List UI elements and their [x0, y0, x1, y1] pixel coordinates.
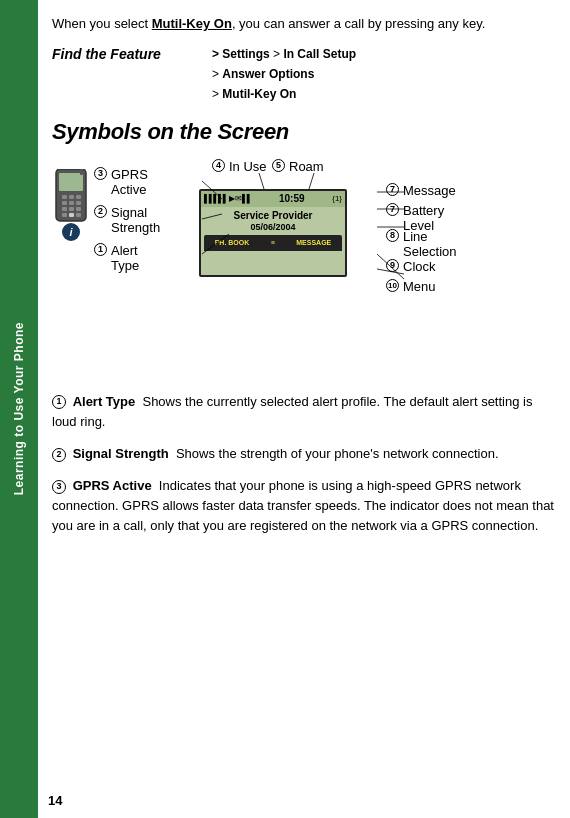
page-number: 14 — [48, 793, 62, 808]
phone-icon-area: i — [52, 169, 90, 241]
find-feature-label: Find the Feature — [52, 44, 202, 62]
descriptions: 1 Alert Type Shows the currently selecte… — [52, 392, 554, 537]
svg-rect-3 — [69, 195, 74, 199]
svg-rect-7 — [76, 201, 81, 205]
line-label: LineSelection — [403, 229, 456, 259]
gprs-label: GPRSActive — [111, 167, 148, 197]
inuse-label: In Use — [229, 159, 267, 174]
screen-battery: {1} — [332, 194, 342, 203]
screen-bottom-bar: PH. BOOK ≡ MESSAGE — [204, 235, 342, 251]
screen-signal: ▌▌▌▌▌ ▶ ✉ ▌▌ — [204, 194, 251, 203]
svg-rect-11 — [62, 213, 67, 217]
sidebar: Learning to Use Your Phone — [0, 0, 38, 818]
desc-alert: 1 Alert Type Shows the currently selecte… — [52, 392, 554, 432]
desc-num-3: 3 — [52, 480, 66, 494]
screen-message: MESSAGE — [296, 239, 331, 246]
phone-screen: ▌▌▌▌▌ ▶ ✉ ▌▌ 10:59 {1} Service Provider … — [199, 189, 347, 277]
screen-separator: ≡ — [271, 239, 275, 246]
label-message: 7 Message — [386, 183, 456, 198]
svg-rect-10 — [76, 207, 81, 211]
num-3: 3 — [94, 167, 107, 180]
num-7a: 7 — [386, 183, 399, 196]
num-5: 5 — [272, 159, 285, 172]
find-feature-path: > Settings > In Call Setup > Answer Opti… — [212, 44, 356, 105]
find-feature-box: Find the Feature > Settings > In Call Se… — [52, 44, 554, 105]
path-line-1: > Settings > In Call Setup — [212, 44, 356, 64]
svg-rect-4 — [76, 195, 81, 199]
svg-rect-13 — [76, 213, 81, 217]
label-line: 8 LineSelection — [386, 229, 456, 259]
svg-rect-12 — [69, 213, 74, 217]
svg-rect-9 — [69, 207, 74, 211]
alert-label: AlertType — [111, 243, 139, 273]
message-label: Message — [403, 183, 456, 198]
num-9: 9 — [386, 259, 399, 272]
desc-term-3: GPRS Active — [73, 478, 152, 493]
desc-gprs: 3 GPRS Active Indicates that your phone … — [52, 476, 554, 536]
desc-num-1: 1 — [52, 395, 66, 409]
screen-provider: Service Provider — [201, 207, 345, 222]
num-1: 1 — [94, 243, 107, 256]
desc-num-2: 2 — [52, 448, 66, 462]
screen-date: 05/06/2004 — [201, 222, 345, 232]
svg-rect-6 — [69, 201, 74, 205]
intro-text2: , you can answer a call by pressing any … — [232, 16, 485, 31]
intro-text1: When you select — [52, 16, 152, 31]
label-inuse: 4 In Use — [212, 159, 267, 174]
svg-line-19 — [309, 173, 314, 189]
label-alert: 1 AlertType — [94, 243, 139, 273]
svg-rect-8 — [62, 207, 67, 211]
signal-label: SignalStrength — [111, 205, 160, 235]
menu-label: Menu — [403, 279, 436, 294]
desc-term-1: Alert Type — [73, 394, 136, 409]
label-gprs: 3 GPRSActive — [94, 167, 148, 197]
label-menu: 10 Menu — [386, 279, 436, 294]
screen-ph-book: PH. BOOK — [215, 239, 250, 246]
roam-label: Roam — [289, 159, 324, 174]
desc-text-2: Shows the strength of your phone's netwo… — [176, 446, 499, 461]
svg-rect-2 — [62, 195, 67, 199]
num-2: 2 — [94, 205, 107, 218]
screen-time: 10:59 — [279, 193, 305, 204]
info-badge: i — [62, 223, 80, 241]
phone-svg — [52, 169, 90, 229]
screen-top-bar: ▌▌▌▌▌ ▶ ✉ ▌▌ 10:59 {1} — [201, 191, 345, 207]
desc-signal: 2 Signal Strength Shows the strength of … — [52, 444, 554, 464]
svg-rect-5 — [62, 201, 67, 205]
intro-paragraph: When you select Mutil-Key On, you can an… — [52, 14, 554, 34]
sidebar-label: Learning to Use Your Phone — [12, 322, 26, 495]
intro-highlight: Mutil-Key On — [152, 16, 232, 31]
main-content: When you select Mutil-Key On, you can an… — [38, 0, 570, 563]
path-line-2: > Answer Options — [212, 64, 356, 84]
num-7b: 7 — [386, 203, 399, 216]
svg-rect-14 — [80, 169, 83, 175]
section-title: Symbols on the Screen — [52, 119, 554, 145]
num-10: 10 — [386, 279, 399, 292]
num-8: 8 — [386, 229, 399, 242]
num-4: 4 — [212, 159, 225, 172]
label-clock: 9 Clock — [386, 259, 436, 274]
path-line-3: > Mutil-Key On — [212, 84, 356, 104]
diagram-area: ▌▌▌▌▌ ▶ ✉ ▌▌ 10:59 {1} Service Provider … — [94, 159, 554, 374]
desc-term-2: Signal Strength — [73, 446, 169, 461]
svg-rect-1 — [59, 173, 83, 191]
clock-label: Clock — [403, 259, 436, 274]
label-signal: 2 SignalStrength — [94, 205, 160, 235]
svg-line-18 — [259, 173, 264, 189]
label-roam: 5 Roam — [272, 159, 324, 174]
